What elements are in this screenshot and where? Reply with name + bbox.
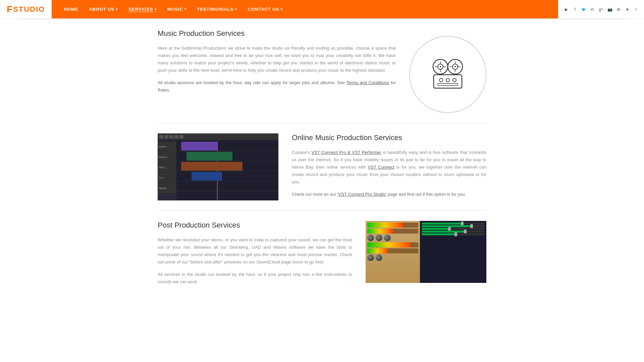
track-label-1: Audio 1: [158, 141, 175, 152]
fader-row-3: [422, 228, 485, 230]
track-clip-4: [192, 172, 222, 181]
knob-2: [376, 235, 382, 241]
terms-conditions-link[interactable]: Terms and Conditions: [346, 80, 389, 85]
social-pinterest-icon[interactable]: ⊕: [615, 6, 622, 12]
daw-screenshot-image: Audio 1 Audio 2 MIDI 1 FX 1 Master: [158, 133, 278, 200]
svg-point-16: [446, 78, 449, 82]
nav-services-arrow: ▾: [155, 7, 157, 11]
section-music-production: Music Production Services Here at the Se…: [158, 19, 486, 123]
svg-point-15: [439, 78, 443, 82]
fader-2: [422, 225, 485, 227]
section1-body2-prefix: All studio sessions are booked by the ho…: [158, 80, 346, 85]
fader-1: [422, 223, 485, 225]
section2-body2: Check out more on our 'VST Connect Pro S…: [292, 191, 486, 198]
nav-contact-arrow: ▾: [281, 7, 283, 11]
section-online-production: Audio 1 Audio 2 MIDI 1 FX 1 Master: [158, 123, 486, 210]
fader-row-2: [422, 225, 485, 227]
nav-home[interactable]: HOME: [58, 0, 84, 18]
daw-track-row-4: [176, 171, 278, 181]
nav-testimonials[interactable]: TESTIMONIALS ▾: [192, 0, 243, 18]
daw-btn-3: [169, 135, 173, 138]
section3-body2: All services in the studio our booked by…: [158, 271, 352, 286]
main-content: Music Production Services Here at the Se…: [138, 19, 506, 301]
daw-track-row-3: [176, 161, 278, 171]
svg-point-17: [453, 78, 456, 82]
daw-track-row-5: [176, 181, 278, 191]
section1-text: Music Production Services Here at the Se…: [158, 29, 396, 94]
social-linkedin-icon[interactable]: in: [589, 6, 595, 12]
track-label-5: Master: [158, 183, 175, 193]
section1-body1: Here at the Sebliminal Productions we st…: [158, 45, 396, 74]
tape-reel-icon: [428, 54, 468, 95]
mixer-right-panel: [420, 221, 486, 283]
social-instagram-icon[interactable]: 📷: [607, 6, 613, 12]
knob-5: [376, 254, 382, 261]
section-post-production: Post Production Services Whether we reco…: [158, 211, 486, 301]
mixer-panel: [366, 221, 486, 283]
nav-about-arrow: ▾: [116, 7, 118, 11]
social-icons-area: ▶ f 🐦 in g+ 📷 ⊕ ★ ✓: [558, 6, 644, 12]
vst-connect-link[interactable]: VST Connect: [368, 165, 394, 170]
knob-1: [367, 235, 374, 241]
vu-meter-1: [367, 223, 418, 228]
daw-track-area: [176, 141, 278, 200]
social-googleplus-icon[interactable]: g+: [598, 6, 604, 12]
track-clip-1: [181, 142, 217, 150]
section1-body2: All studio sessions are booked by the ho…: [158, 79, 396, 94]
daw-btn-4: [174, 135, 178, 138]
fader-row-4: [422, 231, 485, 233]
daw-btn-5: [179, 135, 183, 138]
track-label-2: Audio 2: [158, 152, 175, 162]
knob-3: [384, 235, 391, 241]
daw-toolbar: [158, 133, 278, 140]
track-clip-3: [181, 162, 243, 171]
social-twitter-icon[interactable]: 🐦: [581, 6, 587, 12]
daw-track-labels: Audio 1 Audio 2 MIDI 1 FX 1 Master: [158, 141, 176, 200]
fader-4: [422, 231, 485, 233]
header: F STUDIO HOME ABOUT US ▾ SERVICES ▾ MUSI…: [0, 0, 644, 19]
main-nav: HOME ABOUT US ▾ SERVICES ▾ MUSIC ▾ TESTI…: [52, 0, 558, 18]
social-youtube-icon[interactable]: ▶: [563, 6, 569, 12]
vu-meter-3: [367, 242, 418, 247]
nav-about[interactable]: ABOUT US ▾: [84, 0, 123, 18]
mixer-left-panel: [366, 221, 420, 283]
track-label-4: FX 1: [158, 173, 175, 183]
reel-icon-circle: [409, 36, 486, 113]
logo-area: F STUDIO: [0, 1, 52, 17]
social-facebook-icon[interactable]: f: [572, 6, 578, 12]
section3-body1: Whether we recorded your stems, or you w…: [158, 236, 352, 266]
nav-music[interactable]: MUSIC ▾: [162, 0, 192, 18]
social-other-icon[interactable]: ✓: [633, 6, 639, 12]
daw-btn-2: [164, 135, 168, 138]
logo-text: STUDIO: [13, 5, 45, 14]
daw-track-row-2: [176, 151, 278, 161]
nav-testimonials-arrow: ▾: [235, 7, 237, 11]
section3-text: Post Production Services Whether we reco…: [158, 221, 352, 291]
daw-tracks: Audio 1 Audio 2 MIDI 1 FX 1 Master: [158, 141, 278, 200]
mixer-visual: [366, 221, 486, 283]
daw-btn-1: [159, 135, 163, 138]
nav-contact[interactable]: CONTACT US ▾: [242, 0, 288, 18]
track-label-3: MIDI 1: [158, 162, 175, 172]
vu-meter-4: [367, 248, 418, 253]
vst-studio-link[interactable]: 'VST Connect Pro Studio': [337, 192, 386, 197]
section2-body1: Cubase's VST Connect Pro & VST Performer…: [292, 149, 486, 186]
track-clip-2: [186, 152, 232, 161]
daw-visual: Audio 1 Audio 2 MIDI 1 FX 1 Master: [158, 133, 278, 200]
vu-meter-2: [367, 229, 418, 234]
svg-point-2: [440, 66, 441, 67]
fader-row-1: [422, 223, 485, 225]
logo-f-letter: F: [7, 4, 12, 15]
social-yelp-icon[interactable]: ★: [624, 6, 630, 12]
post-screenshot-image: [366, 221, 486, 283]
section2-title: Online Music Production Services: [292, 133, 486, 142]
section2-text: Online Music Production Services Cubase'…: [292, 133, 486, 198]
knob-4: [367, 254, 374, 261]
daw-track-row-1: [176, 141, 278, 151]
fader-row-5: [422, 233, 485, 235]
nav-services[interactable]: SERVICES ▾: [123, 0, 162, 18]
svg-point-9: [454, 66, 456, 67]
fader-3: [422, 228, 485, 230]
vst-performer-link[interactable]: VST Connect Pro & VST Performer: [311, 150, 381, 155]
section3-title: Post Production Services: [158, 221, 352, 230]
